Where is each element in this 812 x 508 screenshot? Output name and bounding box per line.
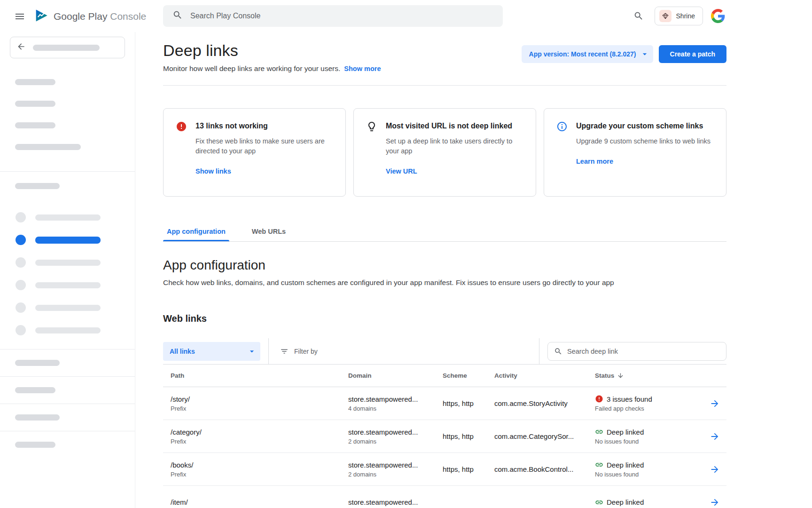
card-body: Upgrade 9 custom scheme links to web lin… <box>576 136 710 146</box>
status-detail: Failed app checks <box>595 405 703 412</box>
left-nav-sidebar <box>0 32 135 508</box>
card-title: 13 links not working <box>195 122 333 130</box>
global-search-input[interactable] <box>190 12 493 20</box>
app-version-label: App version: Most recent (8.2.027) <box>529 50 636 58</box>
status-detail: No issues found <box>595 438 703 445</box>
filter-by-label: Filter by <box>294 348 318 355</box>
deep-link-search-input[interactable] <box>567 348 720 355</box>
card-links-not-working: 13 links not working Fix these web links… <box>163 108 346 197</box>
play-console-logo[interactable]: Google Play Console <box>34 8 146 25</box>
topbar-right-cluster: Shrine <box>629 7 726 25</box>
nav-item-icon <box>16 212 26 222</box>
skeleton-bar <box>35 327 101 333</box>
skeleton-bar <box>35 305 101 311</box>
search-icon <box>554 347 562 356</box>
global-search-bar[interactable] <box>163 5 503 27</box>
open-detail-arrow[interactable] <box>706 461 723 478</box>
column-status[interactable]: Status <box>595 372 703 379</box>
skeleton-bar <box>15 387 55 393</box>
card-title: Upgrade your custom scheme links <box>576 122 710 130</box>
open-detail-arrow[interactable] <box>706 494 723 508</box>
card-title: Most visited URL is not deep linked <box>386 122 523 130</box>
sidebar-item-selected[interactable] <box>0 229 135 251</box>
insight-cards: 13 links not working Fix these web links… <box>163 108 726 197</box>
skeleton-bar <box>15 79 55 85</box>
sidebar-skeleton-group <box>0 172 135 200</box>
google-account-icon[interactable] <box>710 8 726 24</box>
error-icon <box>176 121 187 132</box>
back-button[interactable] <box>10 37 125 58</box>
path-value: /item/ <box>171 498 348 506</box>
domain-count: 2 domains <box>348 471 443 478</box>
path-value: /category/ <box>171 428 348 436</box>
status-value: Deep linked <box>607 461 644 469</box>
sidebar-item[interactable] <box>0 296 135 319</box>
domain-value: store.steampowered... <box>348 498 443 506</box>
play-console-logo-icon <box>34 8 49 25</box>
search-icon-button[interactable] <box>629 7 648 25</box>
app-switcher-chip[interactable]: Shrine <box>655 7 703 25</box>
search-icon <box>172 10 183 22</box>
deep-link-search-field[interactable] <box>547 342 726 361</box>
domain-value: store.steampowered... <box>348 428 443 436</box>
sidebar-skeleton-group <box>0 58 135 171</box>
status-value: Deep linked <box>607 428 644 436</box>
table-row[interactable]: /books/ Prefix store.steampowered... 2 d… <box>163 453 726 486</box>
path-type: Prefix <box>171 438 348 445</box>
skeleton-bar <box>15 101 55 107</box>
skeleton-bar <box>33 45 100 51</box>
status-value: 3 issues found <box>607 395 652 403</box>
view-url-link[interactable]: View URL <box>386 167 417 175</box>
open-detail-arrow[interactable] <box>706 428 723 445</box>
domain-value: store.steampowered... <box>348 461 443 469</box>
tab-app-configuration[interactable]: App configuration <box>163 221 229 241</box>
app-name-label: Shrine <box>676 12 695 20</box>
skeleton-bar <box>35 260 101 266</box>
skeleton-bar <box>15 144 81 150</box>
sort-descending-icon[interactable] <box>617 372 624 379</box>
show-more-link[interactable]: Show more <box>344 65 381 72</box>
links-filter-dropdown[interactable]: All links <box>163 342 260 361</box>
domain-count: 4 domains <box>348 405 443 412</box>
column-path: Path <box>163 372 348 379</box>
sidebar-item[interactable] <box>0 319 135 341</box>
card-upgrade-scheme-links: Upgrade your custom scheme links Upgrade… <box>544 108 726 197</box>
logo-text: Google Play Console <box>54 11 146 22</box>
filter-by-button[interactable]: Filter by <box>269 347 539 356</box>
table-toolbar: All links Filter by <box>163 338 726 365</box>
table-row[interactable]: /item/ store.steampowered... Deep linked <box>163 486 726 508</box>
link-icon <box>595 428 603 436</box>
activity-value: com.acme.BookControl... <box>494 465 595 473</box>
sidebar-item[interactable] <box>0 206 135 229</box>
show-links-link[interactable]: Show links <box>195 167 231 175</box>
sidebar-nav-list <box>0 200 135 349</box>
skeleton-bar <box>15 122 55 128</box>
chevron-down-icon <box>640 49 649 59</box>
link-icon <box>595 498 603 507</box>
card-body: Fix these web links to make sure users a… <box>195 136 333 156</box>
activity-value: com.acme.CategorySor... <box>494 432 595 440</box>
filter-icon <box>280 347 289 356</box>
path-value: /books/ <box>171 461 348 469</box>
table-row[interactable]: /story/ Prefix store.steampowered... 4 d… <box>163 387 726 420</box>
sidebar-section <box>0 404 135 431</box>
logo-text-secondary: Console <box>110 11 146 22</box>
activity-value: com.acme.StoryActivity <box>494 399 595 407</box>
chevron-down-icon <box>247 347 257 356</box>
learn-more-link[interactable]: Learn more <box>576 158 613 165</box>
create-patch-button[interactable]: Create a patch <box>659 45 726 63</box>
sidebar-item[interactable] <box>0 274 135 296</box>
skeleton-bar <box>15 360 60 366</box>
sidebar-item[interactable] <box>0 251 135 274</box>
section-description: Check how web links, domains, and custom… <box>163 278 726 287</box>
nav-item-icon <box>16 280 26 290</box>
page-title: Deep links <box>163 41 381 60</box>
tab-bar: App configuration Web URLs <box>163 221 726 242</box>
hamburger-menu-icon[interactable] <box>13 10 26 24</box>
skeleton-bar <box>35 282 101 288</box>
app-version-dropdown[interactable]: App version: Most recent (8.2.027) <box>522 45 653 63</box>
tab-web-urls[interactable]: Web URLs <box>248 221 289 241</box>
shrine-app-icon <box>659 10 671 22</box>
table-row[interactable]: /category/ Prefix store.steampowered... … <box>163 420 726 453</box>
open-detail-arrow[interactable] <box>706 395 723 412</box>
